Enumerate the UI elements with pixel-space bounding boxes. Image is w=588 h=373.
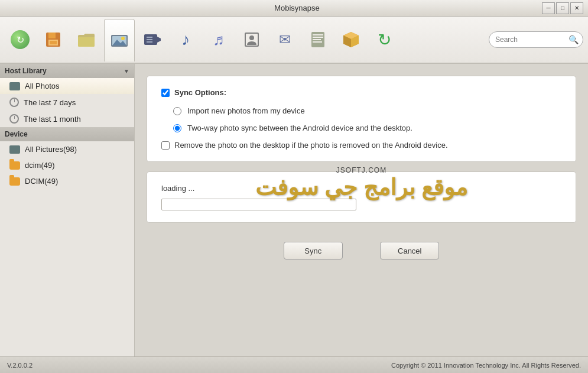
messages-icon: ✉ bbox=[274, 29, 295, 50]
sidebar-item-dcim-lower-label: dcim(49) bbox=[25, 161, 55, 170]
svg-rect-18 bbox=[313, 37, 323, 38]
version-label: V.2.0.0.2 bbox=[7, 362, 33, 369]
sync-circle-icon: ↻ bbox=[11, 30, 30, 49]
minimize-button[interactable]: ─ bbox=[542, 2, 555, 14]
sync-options-row: Sync Options: bbox=[161, 88, 561, 97]
sidebar-item-DCIM-upper-label: DCIM(49) bbox=[25, 177, 58, 186]
title-bar: Mobisynapse ─ □ ✕ bbox=[0, 0, 588, 17]
refresh-icon: ↻ bbox=[373, 29, 395, 50]
contacts-icon bbox=[241, 29, 262, 50]
toolbar-btn-apps[interactable] bbox=[336, 20, 366, 60]
action-buttons: Sync Cancel bbox=[147, 232, 576, 269]
toolbar-btn-music[interactable]: ♪ bbox=[170, 20, 201, 60]
close-button[interactable]: ✕ bbox=[570, 2, 583, 14]
svg-rect-19 bbox=[313, 39, 321, 40]
search-icon: 🔍 bbox=[568, 35, 579, 44]
chevron-down-icon: ▼ bbox=[124, 68, 129, 74]
watermark-url: JSOFTJ.COM bbox=[255, 166, 468, 174]
sidebar-item-last-1-month-label: The last 1 month bbox=[24, 115, 81, 124]
loading-panel: JSOFTJ.COM موقع برامج جي سوفت loading ..… bbox=[147, 171, 576, 223]
clock-icon-7days bbox=[9, 98, 19, 107]
remove-checkbox[interactable] bbox=[161, 141, 170, 150]
search-wrapper: 🔍 bbox=[489, 31, 583, 48]
toolbar-btn-refresh[interactable]: ↻ bbox=[369, 20, 399, 60]
svg-rect-11 bbox=[147, 39, 152, 40]
toolbar-btn-save[interactable] bbox=[38, 20, 69, 60]
photo-icon bbox=[109, 30, 130, 51]
svg-rect-17 bbox=[313, 34, 323, 35]
sidebar-section-device[interactable]: Device bbox=[0, 127, 134, 141]
sidebar: Host Library ▼ All Photos The last 7 day… bbox=[0, 64, 135, 356]
folder-icon bbox=[76, 29, 97, 50]
sidebar-item-last-1-month[interactable]: The last 1 month bbox=[0, 111, 134, 127]
photo-library-icon bbox=[9, 82, 20, 90]
toolbar-btn-folder[interactable] bbox=[71, 20, 102, 60]
toolbar-btn-photo[interactable] bbox=[104, 19, 135, 61]
window-controls: ─ □ ✕ bbox=[542, 2, 583, 14]
folder-orange-icon-DCIM bbox=[9, 177, 20, 186]
twoway-radio-label: Two-way photo sync between the Android d… bbox=[187, 124, 412, 132]
toolbar-btn-messages[interactable]: ✉ bbox=[269, 20, 300, 60]
copyright-label: Copyright © 2011 Innovation Technology I… bbox=[391, 362, 581, 369]
sidebar-item-all-photos-label: All Photos bbox=[25, 82, 60, 90]
svg-point-15 bbox=[249, 35, 254, 40]
toolbar-btn-video[interactable] bbox=[137, 20, 168, 60]
notes-icon bbox=[307, 29, 329, 50]
device-photo-icon bbox=[9, 145, 20, 154]
toolbar-btn-contacts[interactable] bbox=[236, 20, 267, 60]
folder-orange-icon-dcim bbox=[9, 161, 20, 170]
toolbar-btn-notes[interactable] bbox=[303, 20, 333, 60]
sidebar-section-host-library[interactable]: Host Library ▼ bbox=[0, 64, 134, 78]
svg-marker-9 bbox=[157, 37, 161, 43]
svg-rect-12 bbox=[147, 41, 152, 43]
cancel-button[interactable]: Cancel bbox=[380, 242, 439, 260]
sidebar-item-last-7-days-label: The last 7 days bbox=[24, 98, 76, 107]
sync-options-label: Sync Options: bbox=[174, 88, 226, 97]
content-area: Sync Options: Import new photos from my … bbox=[135, 64, 588, 356]
video-icon bbox=[142, 29, 163, 50]
sidebar-item-last-7-days[interactable]: The last 7 days bbox=[0, 94, 134, 111]
save-icon bbox=[43, 29, 64, 50]
maximize-button[interactable]: □ bbox=[556, 2, 569, 14]
import-radio-label: Import new photos from my device bbox=[187, 106, 305, 115]
toolbar-btn-sync[interactable]: ↻ bbox=[5, 20, 35, 60]
svg-rect-3 bbox=[50, 41, 57, 44]
sidebar-item-all-pictures[interactable]: All Pictures(98) bbox=[0, 141, 134, 157]
import-radio[interactable] bbox=[173, 107, 181, 115]
twoway-radio-option: Two-way photo sync between the Android d… bbox=[161, 124, 561, 132]
svg-rect-1 bbox=[48, 33, 56, 38]
remove-checkbox-label: Remove the photo on the desktop if the p… bbox=[174, 141, 448, 150]
toolbar: ↻ bbox=[0, 17, 588, 64]
music-icon: ♪ bbox=[175, 29, 196, 50]
device-label: Device bbox=[5, 130, 28, 138]
remove-checkbox-option: Remove the photo on the desktop if the p… bbox=[161, 141, 561, 150]
import-radio-option: Import new photos from my device bbox=[161, 106, 561, 115]
loading-text: loading ... bbox=[161, 184, 561, 193]
svg-point-6 bbox=[121, 37, 125, 40]
sync-options-checkbox[interactable] bbox=[161, 89, 170, 97]
status-bar: V.2.0.0.2 Copyright © 2011 Innovation Te… bbox=[0, 356, 588, 373]
sidebar-item-all-photos[interactable]: All Photos bbox=[0, 78, 134, 94]
sync-options-panel: Sync Options: Import new photos from my … bbox=[147, 76, 576, 162]
sidebar-item-all-pictures-label: All Pictures(98) bbox=[25, 145, 77, 154]
app-title: Mobisynapse bbox=[52, 4, 542, 12]
sidebar-item-dcim-lower[interactable]: dcim(49) bbox=[0, 157, 134, 173]
host-library-label: Host Library bbox=[5, 67, 47, 75]
svg-rect-10 bbox=[147, 37, 152, 38]
clock-icon-1month bbox=[9, 114, 19, 124]
svg-rect-20 bbox=[313, 41, 322, 43]
sidebar-item-DCIM-upper[interactable]: DCIM(49) bbox=[0, 173, 134, 189]
apps-icon bbox=[340, 29, 362, 50]
progress-bar-container bbox=[161, 199, 356, 210]
twoway-radio[interactable] bbox=[173, 124, 181, 132]
audio-icon: ♬ bbox=[208, 29, 229, 50]
toolbar-btn-audio[interactable]: ♬ bbox=[203, 20, 234, 60]
main-layout: Host Library ▼ All Photos The last 7 day… bbox=[0, 64, 588, 356]
sync-button[interactable]: Sync bbox=[284, 242, 343, 260]
